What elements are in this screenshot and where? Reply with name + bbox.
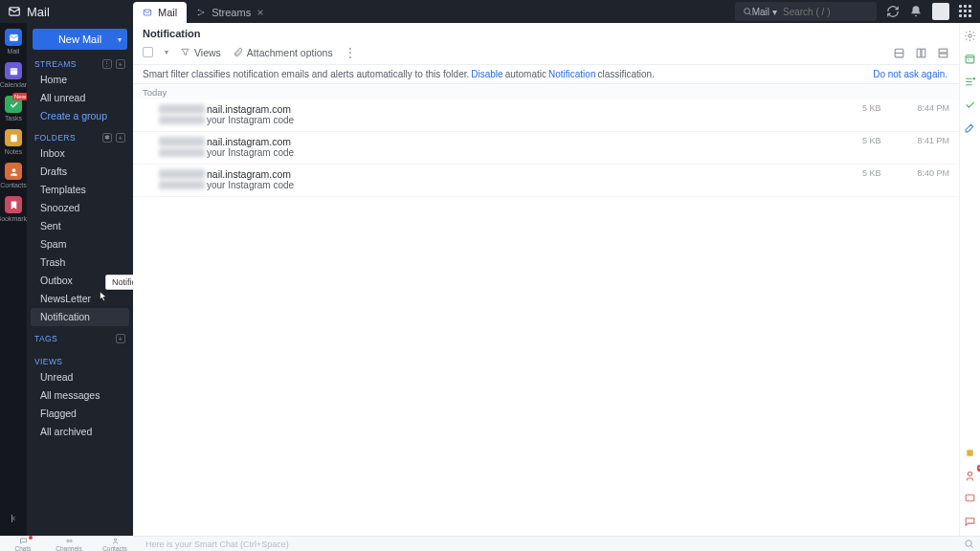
message-from: nail.instagram.com — [207, 136, 291, 147]
feedback-icon[interactable] — [964, 492, 977, 505]
select-all-checkbox[interactable] — [143, 47, 153, 57]
section-folders[interactable]: FOLDERS ✱+ — [27, 131, 133, 144]
layout-icon-1[interactable] — [893, 46, 905, 58]
smartbar-text-a: Smart filter classifies notification ema… — [143, 69, 469, 79]
svg-rect-19 — [966, 495, 974, 501]
rail-notes[interactable]: Notes — [0, 129, 27, 155]
attachment-options-button[interactable]: Attachment options — [233, 47, 333, 58]
smart-filter-bar: Smart filter classifies notification ema… — [133, 65, 959, 84]
tags-add-icon[interactable]: + — [116, 334, 125, 343]
app-name: Mail — [27, 5, 50, 19]
message-row[interactable]: nail.instagram.com your Instagram code 5… — [133, 99, 959, 132]
disable-link[interactable]: Disable — [471, 69, 502, 79]
sidebar-item-drafts[interactable]: Drafts — [27, 163, 133, 181]
more-options-icon[interactable]: ⋮ — [345, 46, 356, 59]
tab-mail[interactable]: Mail — [133, 2, 187, 23]
bottom-search-icon[interactable] — [964, 536, 974, 552]
sidebar-item-all-archived[interactable]: All archived — [27, 423, 133, 441]
sidebar-item-templates[interactable]: Templates — [27, 181, 133, 199]
bottom-tab-contacts[interactable]: Contacts — [92, 537, 138, 552]
top-bar: Mail Mail Streams Mail ▾ — [0, 0, 980, 23]
bottom-tab-chats-label: Chats — [15, 545, 32, 552]
sidebar-item-home[interactable]: Home — [27, 71, 133, 89]
rail-calendar[interactable]: Calendar — [0, 62, 27, 88]
section-tags[interactable]: TAGS + — [27, 332, 133, 345]
streams-add-icon[interactable]: + — [116, 59, 125, 69]
svg-point-1 — [198, 10, 200, 11]
user-avatar[interactable] — [932, 3, 949, 20]
svg-point-18 — [968, 472, 971, 475]
chevron-down-icon: ▾ — [772, 7, 777, 17]
rail-contacts[interactable]: Contacts — [0, 163, 27, 188]
search-input[interactable] — [783, 7, 869, 17]
bottom-tab-chats[interactable]: Chats — [0, 537, 46, 552]
zia-icon[interactable] — [964, 446, 977, 459]
sidebar-item-sent[interactable]: Sent — [27, 217, 133, 235]
edit-widget-icon[interactable] — [964, 121, 977, 134]
streams-settings-icon[interactable]: ⋮ — [102, 59, 112, 69]
attachment-label: Attachment options — [247, 47, 333, 58]
sidebar-item-newsletter[interactable]: NewsLetter — [27, 290, 133, 308]
message-from: nail.instagram.com — [207, 103, 291, 115]
settings-icon[interactable] — [964, 29, 977, 42]
svg-point-3 — [203, 11, 205, 13]
svg-rect-7 — [11, 134, 16, 141]
rail-bookmarks[interactable]: Bookmarks — [0, 196, 27, 222]
layout-icon-2[interactable] — [915, 46, 927, 58]
global-search[interactable]: Mail ▾ — [735, 2, 877, 21]
sync-icon[interactable] — [886, 5, 900, 18]
search-scope[interactable]: Mail ▾ — [752, 7, 777, 17]
section-views[interactable]: VIEWS — [27, 355, 133, 368]
folders-settings-icon[interactable]: ✱ — [102, 133, 112, 143]
bottom-tab-contacts-label: Contacts — [102, 545, 127, 552]
select-all-menu-icon[interactable]: ▾ — [165, 48, 168, 56]
close-icon[interactable] — [256, 9, 264, 16]
sidebar-item-create-group[interactable]: Create a group — [27, 107, 133, 125]
section-streams[interactable]: STREAMS ⋮+ — [27, 57, 133, 71]
sidebar-item-unread[interactable]: Unread — [27, 368, 133, 386]
rail-contacts-label: Contacts — [0, 182, 27, 188]
sidebar-item-flagged[interactable]: Flagged — [27, 405, 133, 423]
tasks-widget-icon[interactable] — [964, 75, 977, 88]
search-icon — [743, 7, 752, 16]
message-row[interactable]: nail.instagram.com your Instagram code 5… — [133, 132, 959, 165]
sidebar-item-inbox[interactable]: Inbox — [27, 144, 133, 163]
chat-icon[interactable] — [964, 515, 977, 528]
tab-mail-label: Mail — [158, 7, 177, 18]
sidebar-item-notification[interactable]: Notification — [31, 308, 129, 326]
rail-mail[interactable]: Mail — [0, 29, 27, 55]
svg-point-4 — [744, 9, 749, 14]
section-views-label: VIEWS — [34, 357, 62, 366]
views-button[interactable]: Views — [180, 47, 221, 58]
sidebar-item-spam[interactable]: Spam — [27, 235, 133, 253]
tab-streams[interactable]: Streams — [187, 2, 274, 23]
notes-widget-icon[interactable] — [964, 98, 977, 111]
svg-point-20 — [66, 540, 68, 541]
message-time: 8:44 PM — [917, 103, 949, 113]
message-row[interactable]: nail.instagram.com your Instagram code 5… — [133, 165, 959, 197]
bell-icon[interactable] — [909, 5, 923, 18]
chevron-down-icon[interactable]: ▾ — [118, 35, 122, 44]
svg-point-23 — [966, 540, 971, 545]
dont-ask-link[interactable]: Do not ask again. — [873, 69, 947, 79]
message-time: 8:41 PM — [917, 136, 949, 145]
sidebar-item-all-messages[interactable]: All messages — [27, 386, 133, 405]
rail-tasks[interactable]: New Tasks — [0, 96, 27, 121]
apps-grid-icon[interactable] — [959, 5, 972, 18]
redacted-subject — [159, 148, 205, 157]
sidebar-item-snoozed[interactable]: Snoozed — [27, 199, 133, 217]
chat-bubble-icon — [19, 537, 28, 545]
collapse-rail-icon[interactable] — [8, 511, 19, 528]
message-size: 5 KB — [862, 136, 881, 145]
new-mail-button[interactable]: New Mail ▾ — [33, 29, 127, 50]
notification-link[interactable]: Notification — [548, 69, 595, 79]
layout-icon-3[interactable] — [937, 46, 949, 58]
sidebar-item-trash[interactable]: Trash — [27, 253, 133, 272]
bottom-tab-channels[interactable]: Channels — [46, 537, 92, 552]
help-icon[interactable]: • — [964, 469, 977, 482]
calendar-widget-icon[interactable] — [964, 52, 977, 65]
contacts-icon — [111, 537, 120, 545]
folders-add-icon[interactable]: + — [116, 133, 125, 143]
svg-point-8 — [11, 168, 15, 172]
sidebar-item-all-unread[interactable]: All unread — [27, 89, 133, 107]
